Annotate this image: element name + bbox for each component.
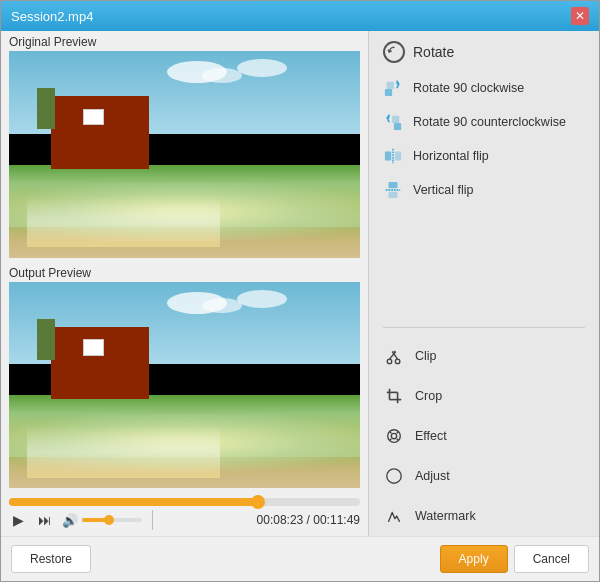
svg-rect-6: [395, 152, 401, 161]
svg-rect-0: [387, 82, 394, 89]
barn-body: [51, 96, 149, 168]
adjust-item[interactable]: Adjust: [369, 456, 599, 496]
svg-rect-2: [392, 116, 399, 123]
tool-section: Clip Crop: [369, 336, 599, 536]
left-panel: Original Preview: [1, 31, 369, 536]
close-button[interactable]: ✕: [571, 7, 589, 25]
volume-icon[interactable]: 🔊: [62, 513, 78, 528]
effect-item[interactable]: Effect: [369, 416, 599, 456]
progress-bar[interactable]: [9, 498, 360, 506]
apply-button[interactable]: Apply: [440, 545, 508, 573]
flip-v-icon: [383, 180, 403, 200]
cloud-6: [237, 290, 287, 308]
watermark-item[interactable]: Watermark: [369, 496, 599, 536]
cloud-2: [202, 68, 242, 83]
effect-icon: [383, 425, 405, 447]
output-barn-scene: [9, 282, 360, 489]
adjust-icon: [383, 465, 405, 487]
volume-container: 🔊: [62, 513, 142, 528]
flower-details-2: [27, 426, 220, 478]
flower-details: [27, 196, 220, 248]
flip-h-item[interactable]: Horizontal flip: [369, 139, 599, 173]
rotate-cw-item[interactable]: Rotate 90 clockwise: [369, 71, 599, 105]
barn-window: [83, 109, 104, 126]
progress-thumb[interactable]: [251, 495, 265, 509]
crop-label: Crop: [415, 389, 442, 403]
svg-line-22: [397, 432, 399, 434]
svg-line-24: [397, 439, 399, 441]
flip-h-icon: [383, 146, 403, 166]
original-preview-label: Original Preview: [1, 31, 368, 51]
rotate-icon: [383, 41, 405, 63]
controls-bar: ▶ ⏭ 🔊 00:08:23 / 00:11:49: [1, 492, 368, 536]
svg-rect-8: [389, 182, 398, 188]
svg-rect-3: [394, 123, 401, 130]
right-panel: Rotate Rotate 90 clockwise: [369, 31, 599, 536]
restore-button[interactable]: Restore: [11, 545, 91, 573]
flip-v-label: Vertical flip: [413, 183, 473, 197]
skip-button[interactable]: ⏭: [34, 510, 56, 530]
rotate-cw-label: Rotate 90 clockwise: [413, 81, 524, 95]
divider: [152, 510, 153, 530]
preview-section: Original Preview: [1, 31, 368, 492]
play-button[interactable]: ▶: [9, 510, 28, 530]
rotate-section-label: Rotate: [413, 44, 454, 60]
original-preview-video: [9, 51, 360, 258]
svg-point-11: [395, 359, 400, 364]
playback-controls: ▶ ⏭ 🔊 00:08:23 / 00:11:49: [9, 510, 360, 530]
rotate-cw-icon: [383, 78, 403, 98]
original-barn-scene: [9, 51, 360, 258]
main-content: Original Preview: [1, 31, 599, 536]
svg-line-21: [390, 432, 392, 434]
output-preview-label: Output Preview: [1, 262, 368, 282]
svg-point-19: [391, 433, 396, 438]
adjust-label: Adjust: [415, 469, 450, 483]
volume-slider[interactable]: [82, 518, 142, 522]
svg-point-10: [387, 359, 392, 364]
tree: [37, 88, 55, 129]
crop-item[interactable]: Crop: [369, 376, 599, 416]
svg-line-23: [390, 439, 392, 441]
main-window: Session2.mp4 ✕ Original Preview: [0, 0, 600, 582]
barn-body-2: [51, 327, 149, 399]
barn-window-2: [83, 339, 104, 356]
time-display: 00:08:23 / 00:11:49: [257, 513, 360, 527]
window-title: Session2.mp4: [11, 9, 93, 24]
svg-rect-1: [385, 89, 392, 96]
flip-v-item[interactable]: Vertical flip: [369, 173, 599, 207]
cloud-5: [202, 298, 242, 313]
volume-thumb[interactable]: [104, 515, 114, 525]
rotate-section-header: Rotate: [369, 31, 599, 71]
svg-rect-5: [385, 152, 391, 161]
svg-point-25: [387, 469, 401, 483]
clip-item[interactable]: Clip: [369, 336, 599, 376]
flip-h-label: Horizontal flip: [413, 149, 489, 163]
cancel-button[interactable]: Cancel: [514, 545, 589, 573]
bottom-btn-group: Apply Cancel: [440, 545, 589, 573]
title-bar: Session2.mp4 ✕: [1, 1, 599, 31]
clip-label: Clip: [415, 349, 437, 363]
watermark-label: Watermark: [415, 509, 476, 523]
crop-icon: [383, 385, 405, 407]
tree-2: [37, 319, 55, 360]
watermark-icon: [383, 505, 405, 527]
effect-label: Effect: [415, 429, 447, 443]
output-preview-video: [9, 282, 360, 489]
tool-separator: [383, 327, 585, 328]
bottom-bar: Restore Apply Cancel: [1, 536, 599, 581]
progress-fill: [9, 498, 258, 506]
svg-rect-9: [389, 192, 398, 198]
rotate-ccw-item[interactable]: Rotate 90 counterclockwise: [369, 105, 599, 139]
clip-icon: [383, 345, 405, 367]
rotate-ccw-label: Rotate 90 counterclockwise: [413, 115, 566, 129]
spacer: [369, 207, 599, 323]
rotate-ccw-icon: [383, 112, 403, 132]
